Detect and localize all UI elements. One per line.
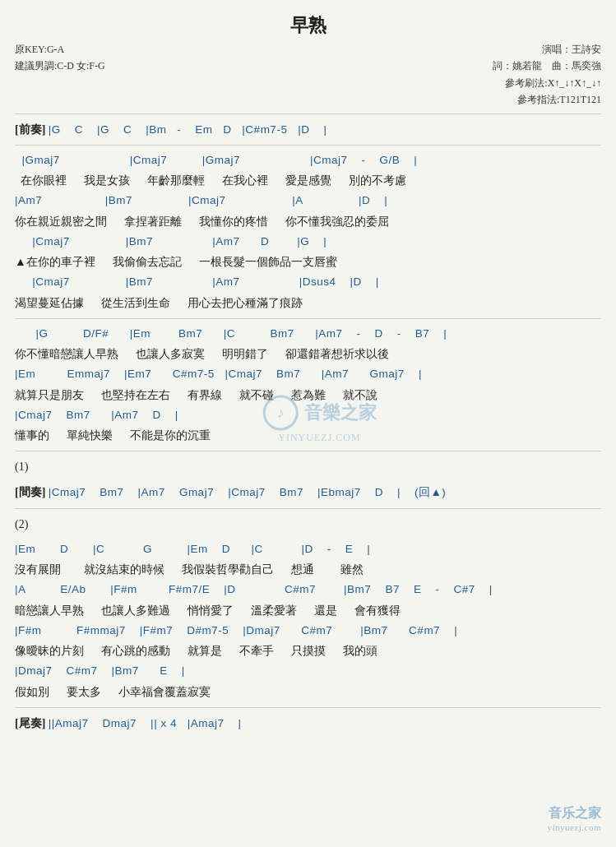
interlude-section: [間奏] |Cmaj7 Bm7 |Am7 Gmaj7 |Cmaj7 Bm7 |E… (15, 482, 601, 502)
verse1-section: |Gmaj7 |Cmaj7 |Gmaj7 |Cmaj7 - G/B | 在你眼裡… (15, 150, 601, 313)
verse2a-lyrics: 沒有展開 就沒結束的時候 我假裝哲學勸自己 想通 雖然 (15, 559, 601, 580)
song-meta: 演唱：王詩安 詞：姚若龍 曲：馬奕強 參考刷法:X↑_↓↑X↑_↓↑ 參考指法:… (493, 41, 601, 109)
prelude-section: [前奏] |G C |G C |Bm - Em D |C#m7-5 |D | (15, 119, 601, 140)
chorus-lyrics: 你不懂暗戀讓人早熟 也讓人多寂寞 明明錯了 卻還錯著想祈求以後 (15, 344, 601, 364)
chorus3-lyrics: 懂事的 單純快樂 不能是你的沉重 (15, 425, 601, 446)
verse2-section: |Em D |C G |Em D |C |D - E | 沒有展開 就沒結束的時… (15, 539, 601, 702)
prelude-label: [前奏] (15, 123, 45, 136)
prelude-chords: |G C |G C |Bm - Em D |C#m7-5 |D | (49, 123, 327, 136)
number1-section: (1) (15, 456, 601, 477)
verse2c-chords: |F#m F#mmaj7 |F#m7 D#m7-5 |Dmaj7 C#m7 |B… (15, 621, 601, 641)
verse1-chords: |Gmaj7 |Cmaj7 |Gmaj7 |Cmaj7 - G/B | (15, 150, 601, 170)
number2-label: (2) (15, 518, 28, 530)
outro-section: [尾奏] ||Amaj7 Dmaj7 || x 4 |Amaj7 | (15, 713, 601, 734)
interlude-chords: |Cmaj7 Bm7 |Am7 Gmaj7 |Cmaj7 Bm7 |Ebmaj7… (49, 486, 447, 498)
chorus3-chords: |Cmaj7 Bm7 |Am7 D | (15, 405, 601, 425)
verse1c-lyrics: ▲在你的車子裡 我偷偷去忘記 一根長髮一個飾品一支唇蜜 (15, 252, 601, 272)
bottom-watermark: 音乐之家 yinyuezj.com (547, 805, 601, 832)
chorus2-lyrics: 就算只是朋友 也堅持在左右 有界線 就不碰 惹為難 就不說 (15, 385, 601, 405)
verse1d-chords: |Cmaj7 |Bm7 |Am7 |Dsus4 |D | (15, 272, 601, 292)
verse2d-lyrics: 假如別 要太多 小幸福會覆蓋寂寞 (15, 682, 601, 702)
key-info: 原KEY:G-A 建議男調:C-D 女:F-G (15, 41, 105, 109)
number2-section: (2) (15, 514, 601, 535)
chorus-section: |G D/F# |Em Bm7 |C Bm7 |Am7 - D - B7 | 你… (15, 324, 601, 446)
outro-label: [尾奏] (15, 717, 45, 729)
verse1b-chords: |Am7 |Bm7 |Cmaj7 |A |D | (15, 191, 601, 211)
chorus2-chords: |Em Emmaj7 |Em7 C#m7-5 |Cmaj7 Bm7 |Am7 G… (15, 364, 601, 384)
verse2b-chords: |A E/Ab |F#m F#m7/E |D C#m7 |Bm7 B7 E - … (15, 580, 601, 599)
interlude-label: [間奏] (15, 486, 45, 498)
verse1-lyrics: 在你眼裡 我是女孩 年齡那麼輕 在我心裡 愛是感覺 別的不考慮 (15, 170, 601, 191)
song-title: 早熟 (15, 13, 601, 38)
verse1c-chords: |Cmaj7 |Bm7 |Am7 D |G | (15, 232, 601, 252)
verse2c-lyrics: 像曖昧的片刻 有心跳的感動 就算是 不牽手 只摸摸 我的頭 (15, 641, 601, 661)
verse2a-chords: |Em D |C G |Em D |C |D - E | (15, 539, 601, 559)
chorus-chords: |G D/F# |Em Bm7 |C Bm7 |Am7 - D - B7 | (15, 324, 601, 344)
verse2b-lyrics: 暗戀讓人早熟 也讓人多難過 悄悄愛了 溫柔愛著 還是 會有獲得 (15, 600, 601, 621)
outro-chords: ||Amaj7 Dmaj7 || x 4 |Amaj7 | (49, 717, 242, 729)
verse1b-lyrics: 你在親近親密之間 拿捏著距離 我懂你的疼惜 你不懂我強忍的委屈 (15, 211, 601, 232)
verse2d-chords: |Dmaj7 C#m7 |Bm7 E | (15, 661, 601, 681)
verse1d-lyrics: 渴望蔓延佔據 從生活到生命 用心去把心種滿了痕跡 (15, 293, 601, 313)
number1-label: (1) (15, 461, 28, 473)
